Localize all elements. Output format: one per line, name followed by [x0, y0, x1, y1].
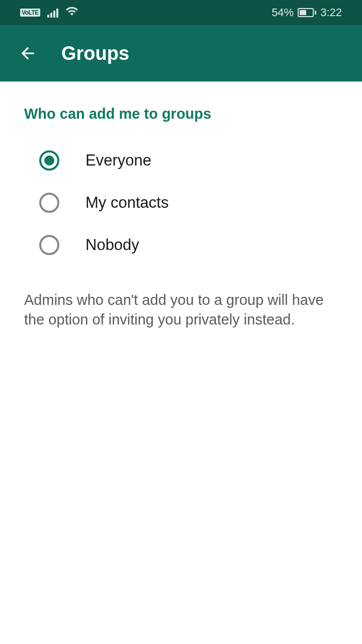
content-area: Who can add me to groups Everyone My con…: [0, 82, 362, 330]
back-button[interactable]: [18, 44, 37, 63]
status-right: 54% 3:22: [272, 6, 342, 19]
radio-icon: [39, 235, 59, 255]
battery-percent: 54%: [272, 6, 294, 19]
radio-label: Nobody: [85, 236, 139, 254]
status-left: VoLTE: [20, 5, 78, 21]
radio-label: Everyone: [85, 151, 151, 170]
battery-icon: [298, 8, 316, 17]
page-title: Groups: [61, 43, 129, 64]
signal-icon: [47, 8, 58, 18]
wifi-icon: [65, 5, 78, 21]
volte-badge: VoLTE: [20, 9, 40, 17]
clock-time: 3:22: [320, 6, 342, 19]
radio-label: My contacts: [85, 194, 168, 212]
radio-option-everyone[interactable]: Everyone: [24, 139, 338, 182]
arrow-left-icon: [18, 44, 37, 63]
app-bar: Groups: [0, 25, 362, 82]
radio-icon: [39, 193, 59, 213]
radio-option-nobody[interactable]: Nobody: [24, 224, 338, 266]
section-title: Who can add me to groups: [24, 106, 338, 122]
description-text: Admins who can't add you to a group will…: [24, 290, 338, 330]
radio-icon: [39, 150, 59, 171]
status-bar: VoLTE 54% 3:22: [0, 0, 362, 25]
radio-option-my-contacts[interactable]: My contacts: [24, 182, 338, 224]
